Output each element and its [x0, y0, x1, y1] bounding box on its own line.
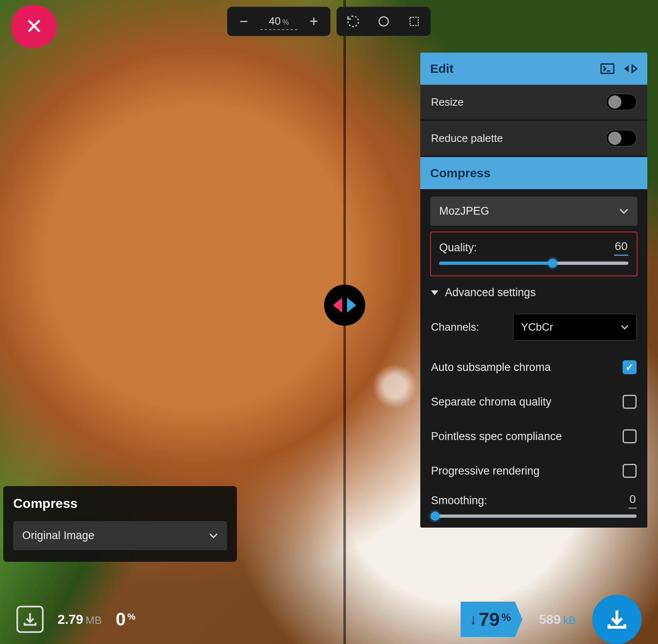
pointless-checkbox[interactable]: [623, 429, 637, 443]
svg-marker-4: [624, 65, 628, 72]
quality-value[interactable]: 60: [614, 240, 628, 256]
copy-across-icon[interactable]: [623, 63, 637, 74]
cli-icon[interactable]: [600, 63, 614, 74]
settings-panel: Edit Resize Reduce palette Compress MozJ…: [420, 53, 647, 528]
svg-rect-2: [601, 64, 614, 74]
compressed-size: 589kB: [539, 612, 576, 627]
close-button[interactable]: ✕: [12, 5, 57, 48]
advanced-label: Advanced settings: [445, 286, 536, 299]
svg-rect-1: [410, 17, 418, 25]
advanced-toggle[interactable]: Advanced settings: [430, 280, 637, 302]
top-toolbar: − 40% +: [227, 7, 431, 36]
close-icon: ✕: [25, 14, 43, 39]
channels-row: Channels: YCbCr: [430, 306, 637, 348]
progressive-label: Progressive rendering: [431, 465, 540, 477]
crop-button[interactable]: [400, 9, 428, 33]
original-size: 2.79MB: [58, 612, 102, 627]
edit-title: Edit: [430, 62, 454, 76]
channels-label: Channels:: [431, 321, 479, 334]
reduce-palette-label: Reduce palette: [431, 132, 503, 145]
smoothing-label: Smoothing:: [431, 494, 487, 507]
savings-badge: ↓ 79%: [461, 602, 522, 637]
handle-left-icon: [333, 298, 342, 313]
svg-point-0: [379, 17, 389, 26]
smoothing-slider[interactable]: [431, 514, 637, 518]
rotate-button[interactable]: [339, 9, 367, 33]
download-original-button[interactable]: [16, 606, 44, 633]
smoothing-value[interactable]: 0: [628, 493, 637, 509]
reduce-palette-row: Reduce palette: [420, 121, 647, 157]
compress-header: Compress: [420, 157, 647, 189]
separate-chroma-label: Separate chroma quality: [431, 396, 551, 408]
footer-right: ↓ 79% 589kB: [329, 595, 658, 644]
left-mode-select[interactable]: Original Image: [13, 521, 227, 550]
down-arrow-icon: ↓: [470, 611, 477, 628]
handle-right-icon: [347, 298, 356, 313]
savings-pct: 79: [479, 608, 500, 630]
codec-value: MozJPEG: [439, 205, 489, 218]
compress-title: Compress: [430, 166, 491, 180]
separate-chroma-checkbox[interactable]: [623, 395, 637, 409]
resize-toggle[interactable]: [606, 94, 637, 110]
channels-select[interactable]: YCbCr: [513, 314, 637, 341]
auto-subsample-row: Auto subsample chroma: [430, 352, 637, 382]
chevron-down-icon: [619, 208, 628, 214]
edit-header: Edit: [420, 53, 647, 85]
zoom-number: 40: [269, 15, 281, 27]
left-compress-panel: Compress Original Image: [3, 486, 237, 562]
quality-slider[interactable]: [439, 262, 628, 265]
progressive-row: Progressive rendering: [430, 456, 637, 486]
chevron-down-icon: [621, 325, 629, 330]
pointless-row: Pointless spec compliance: [430, 421, 637, 452]
pointless-label: Pointless spec compliance: [431, 430, 562, 443]
split-handle[interactable]: [324, 285, 365, 326]
zoom-group: − 40% +: [227, 7, 331, 36]
footer-left: 2.79MB 0%: [0, 595, 329, 644]
zoom-value[interactable]: 40%: [260, 13, 297, 30]
quality-label: Quality:: [439, 241, 477, 254]
svg-marker-5: [632, 65, 637, 72]
separate-chroma-row: Separate chroma quality: [430, 387, 637, 417]
zoom-in-button[interactable]: +: [300, 9, 328, 33]
zoom-out-button[interactable]: −: [230, 9, 258, 33]
left-compress-title: Compress: [13, 496, 227, 511]
zoom-unit: %: [282, 18, 289, 26]
reduce-palette-toggle[interactable]: [606, 130, 637, 146]
original-pct: 0%: [116, 609, 135, 630]
download-compressed-button[interactable]: [592, 595, 642, 644]
quality-box: Quality: 60: [430, 232, 637, 276]
resize-row: Resize: [420, 85, 647, 121]
chevron-down-icon: [431, 290, 438, 295]
resize-label: Resize: [431, 96, 463, 109]
background-toggle-button[interactable]: [370, 9, 398, 33]
transform-group: [336, 7, 431, 36]
chevron-down-icon: [209, 533, 218, 539]
progressive-checkbox[interactable]: [623, 464, 637, 478]
auto-subsample-label: Auto subsample chroma: [431, 361, 551, 374]
channels-value: YCbCr: [521, 321, 553, 334]
left-mode-value: Original Image: [22, 529, 95, 542]
auto-subsample-checkbox[interactable]: [623, 360, 637, 374]
codec-select[interactable]: MozJPEG: [430, 197, 637, 226]
footer: 2.79MB 0% ↓ 79% 589kB: [0, 595, 658, 644]
